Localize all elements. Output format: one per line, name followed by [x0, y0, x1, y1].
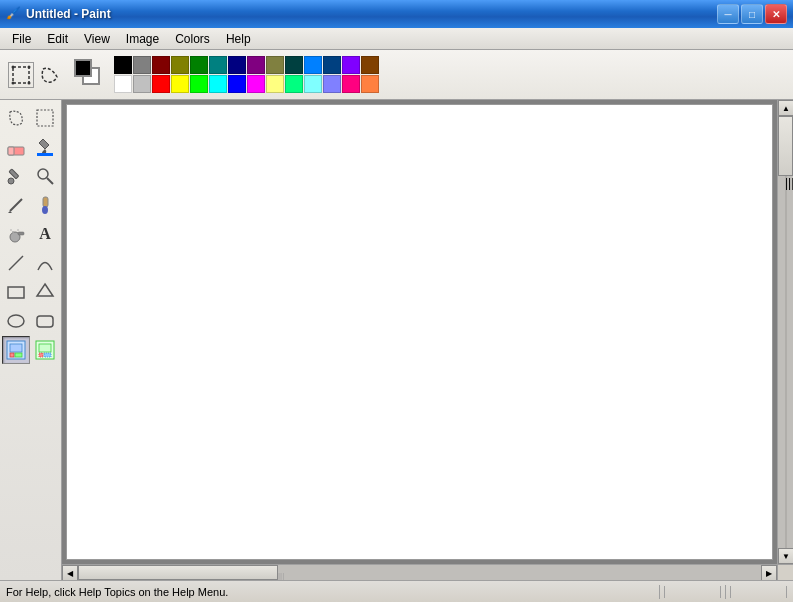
h-scroll-center: ||| — [278, 571, 284, 580]
palette-color-7[interactable] — [247, 56, 265, 74]
svg-point-16 — [42, 206, 48, 214]
palette-color-17[interactable] — [171, 75, 189, 93]
svg-line-22 — [9, 256, 23, 270]
palette-color-26[interactable] — [342, 75, 360, 93]
horizontal-scrollbar[interactable]: ◀ ||| ▶ — [62, 564, 777, 580]
palette-color-4[interactable] — [190, 56, 208, 74]
tool-free-select[interactable] — [2, 104, 30, 132]
svg-point-11 — [38, 169, 48, 179]
palette-color-3[interactable] — [171, 56, 189, 74]
maximize-button[interactable]: □ — [741, 4, 763, 24]
status-divider-1 — [659, 585, 660, 599]
v-scroll-thumb[interactable] — [778, 116, 793, 176]
palette-color-19[interactable] — [209, 75, 227, 93]
palette-color-2[interactable] — [152, 56, 170, 74]
svg-rect-32 — [39, 344, 51, 352]
tool-stamp1[interactable] — [2, 336, 30, 364]
svg-point-10 — [8, 178, 14, 184]
menu-file[interactable]: File — [4, 30, 39, 48]
svg-rect-34 — [44, 353, 51, 357]
svg-point-4 — [28, 81, 31, 84]
tool-pencil[interactable] — [2, 191, 30, 219]
menu-help[interactable]: Help — [218, 30, 259, 48]
palette-color-12[interactable] — [342, 56, 360, 74]
tool-stamp2[interactable] — [31, 336, 59, 364]
svg-rect-30 — [15, 353, 22, 357]
tool-airbrush[interactable] — [2, 220, 30, 248]
menu-colors[interactable]: Colors — [167, 30, 218, 48]
tool-polygon[interactable] — [31, 278, 59, 306]
palette-color-10[interactable] — [304, 56, 322, 74]
tool-rounded-rect[interactable] — [31, 307, 59, 335]
palette-color-5[interactable] — [209, 56, 227, 74]
palette-color-14[interactable] — [114, 75, 132, 93]
scroll-left-button[interactable]: ◀ — [62, 565, 78, 580]
menu-edit[interactable]: Edit — [39, 30, 76, 48]
palette-color-21[interactable] — [247, 75, 265, 93]
tool-rect-select[interactable] — [31, 104, 59, 132]
svg-point-25 — [8, 315, 24, 327]
toolbox: A — [0, 100, 62, 580]
scroll-corner — [777, 564, 793, 580]
palette-color-20[interactable] — [228, 75, 246, 93]
palette-color-22[interactable] — [266, 75, 284, 93]
svg-rect-8 — [37, 153, 53, 156]
tool-ellipse[interactable] — [2, 307, 30, 335]
tool-line[interactable] — [2, 249, 30, 277]
palette-color-8[interactable] — [266, 56, 284, 74]
status-section-2 — [664, 586, 721, 598]
scroll-right-button[interactable]: ▶ — [761, 565, 777, 580]
vertical-scrollbar[interactable]: ▲ ||| ▼ — [777, 100, 793, 564]
status-section-3 — [730, 586, 787, 598]
svg-point-3 — [12, 81, 15, 84]
drawing-canvas[interactable] — [66, 104, 773, 560]
tool-eraser[interactable] — [2, 133, 30, 161]
tool-brush[interactable] — [31, 191, 59, 219]
tool-curve[interactable] — [31, 249, 59, 277]
tool-rectangle[interactable] — [2, 278, 30, 306]
svg-marker-24 — [37, 284, 53, 296]
palette-color-25[interactable] — [323, 75, 341, 93]
h-scroll-track: ||| — [78, 565, 761, 580]
svg-rect-26 — [37, 316, 53, 327]
palette-color-6[interactable] — [228, 56, 246, 74]
color-area — [74, 56, 379, 93]
svg-rect-0 — [13, 67, 29, 83]
tool-magnifier[interactable] — [31, 162, 59, 190]
palette-color-18[interactable] — [190, 75, 208, 93]
scroll-down-button[interactable]: ▼ — [778, 548, 793, 564]
menu-image[interactable]: Image — [118, 30, 167, 48]
close-button[interactable]: ✕ — [765, 4, 787, 24]
tool-fill[interactable] — [31, 133, 59, 161]
palette-color-11[interactable] — [323, 56, 341, 74]
tool-grid: A — [2, 104, 59, 364]
free-select-icon — [39, 65, 59, 85]
svg-point-2 — [28, 65, 31, 68]
palette-color-27[interactable] — [361, 75, 379, 93]
title-bar-left: 🖌️ Untitled - Paint — [6, 6, 111, 22]
palette-color-1[interactable] — [133, 56, 151, 74]
palette-color-15[interactable] — [133, 75, 151, 93]
minimize-button[interactable]: ─ — [717, 4, 739, 24]
toolbar-free-select[interactable] — [36, 62, 62, 88]
status-divider-2 — [725, 585, 726, 599]
palette-color-0[interactable] — [114, 56, 132, 74]
palette-color-13[interactable] — [361, 56, 379, 74]
palette-color-23[interactable] — [285, 75, 303, 93]
svg-rect-7 — [8, 147, 14, 155]
palette-color-9[interactable] — [285, 56, 303, 74]
tool-eyedropper[interactable] — [2, 162, 30, 190]
tool-text[interactable]: A — [31, 220, 59, 248]
foreground-color[interactable] — [74, 59, 92, 77]
color-selector[interactable] — [74, 59, 106, 91]
h-scroll-thumb[interactable] — [78, 565, 278, 580]
title-bar: 🖌️ Untitled - Paint ─ □ ✕ — [0, 0, 793, 28]
status-message: For Help, click Help Topics on the Help … — [6, 586, 655, 598]
palette-color-24[interactable] — [304, 75, 322, 93]
palette-color-16[interactable] — [152, 75, 170, 93]
menu-view[interactable]: View — [76, 30, 118, 48]
svg-point-1 — [12, 65, 15, 68]
toolbar-rect-select[interactable] — [8, 62, 34, 88]
svg-marker-14 — [8, 211, 12, 213]
scroll-up-button[interactable]: ▲ — [778, 100, 793, 116]
